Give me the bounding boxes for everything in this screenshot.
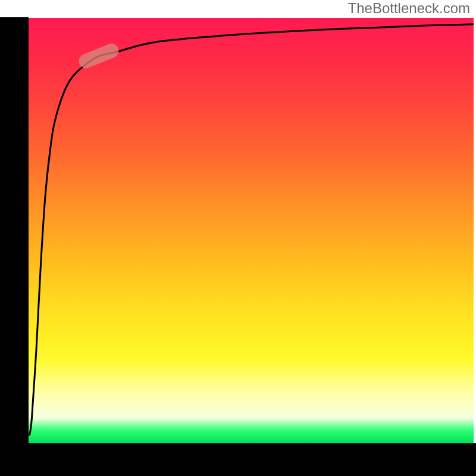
plot-area [27,18,474,443]
bottleneck-curve [30,24,474,435]
y-axis-bar [0,17,29,460]
watermark-text: TheBottleneck.com [348,0,470,17]
x-axis-bar [0,443,476,476]
curve-layer [27,18,474,443]
chart-root: TheBottleneck.com [0,0,476,476]
